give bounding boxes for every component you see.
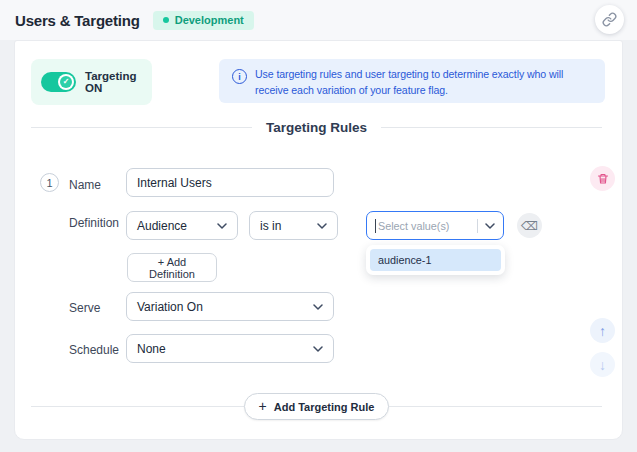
divider-line (31, 127, 252, 128)
name-label: Name (69, 178, 101, 192)
page-title: Users & Targeting (15, 12, 140, 29)
add-rule-row: + Add Targeting Rule (31, 393, 602, 420)
targeting-toggle-label: Targeting ON (85, 70, 152, 94)
operator-select-value: is in (260, 219, 317, 233)
definition-label: Definition (69, 216, 119, 230)
divider-line (389, 406, 602, 407)
check-icon: ✓ (60, 76, 72, 88)
operator-select[interactable]: is in (249, 211, 338, 240)
targeting-rules-heading: Targeting Rules (31, 120, 602, 135)
chevron-down-icon (313, 304, 323, 310)
info-banner-text: Use targeting rules and user targeting t… (255, 67, 595, 99)
targeting-toggle[interactable]: ✓ (41, 72, 76, 92)
chevron-down-icon (485, 223, 495, 229)
divider-line (381, 127, 602, 128)
divider-line (31, 406, 244, 407)
copy-link-button[interactable] (595, 5, 624, 34)
schedule-select-value: None (137, 342, 313, 356)
plus-icon: + (259, 398, 267, 414)
link-icon (602, 12, 617, 27)
rule-name-input[interactable] (126, 168, 334, 197)
values-placeholder: Select value(s) (378, 220, 473, 232)
attribute-select-value: Audience (137, 219, 217, 233)
attribute-select[interactable]: Audience (126, 211, 238, 240)
move-rule-up-button[interactable]: ↑ (590, 318, 615, 343)
arrow-down-icon: ↓ (599, 357, 606, 373)
arrow-up-icon: ↑ (599, 323, 606, 339)
add-definition-button[interactable]: + Add Definition (127, 253, 217, 282)
clear-values-button[interactable]: ⌫ (517, 213, 542, 238)
values-dropdown: audience-1 (366, 245, 505, 275)
divider-line (477, 219, 478, 233)
serve-select-value: Variation On (137, 300, 313, 314)
schedule-select[interactable]: None (126, 334, 334, 363)
info-icon: i (232, 69, 247, 84)
dropdown-option[interactable]: audience-1 (370, 249, 501, 271)
targeting-rules-heading-text: Targeting Rules (266, 120, 367, 135)
chevron-down-icon (317, 223, 327, 229)
add-targeting-rule-label: Add Targeting Rule (274, 401, 375, 413)
chevron-down-icon (313, 346, 323, 352)
toggle-knob: ✓ (58, 74, 74, 90)
environment-dot-icon (163, 17, 169, 23)
backspace-icon: ⌫ (521, 219, 538, 233)
chevron-down-icon (217, 223, 227, 229)
serve-select[interactable]: Variation On (126, 292, 334, 321)
text-cursor (375, 219, 376, 233)
targeting-card: ✓ Targeting ON i Use targeting rules and… (14, 40, 623, 440)
serve-label: Serve (69, 301, 100, 315)
rule-number-badge: 1 (40, 173, 59, 192)
info-banner: i Use targeting rules and user targeting… (219, 59, 605, 103)
environment-badge-label: Development (175, 15, 244, 26)
schedule-label: Schedule (69, 343, 119, 357)
targeting-toggle-container: ✓ Targeting ON (31, 59, 152, 105)
add-targeting-rule-button[interactable]: + Add Targeting Rule (244, 393, 390, 420)
users-targeting-page: { "colors": { "accent_teal": "#16c79e", … (0, 0, 637, 452)
move-rule-down-button[interactable]: ↓ (590, 352, 615, 377)
delete-rule-button[interactable] (590, 166, 615, 191)
values-multiselect[interactable]: Select value(s) (366, 211, 504, 240)
environment-badge: Development (153, 11, 254, 30)
page-header: Users & Targeting Development (0, 0, 637, 40)
trash-icon (597, 173, 609, 185)
